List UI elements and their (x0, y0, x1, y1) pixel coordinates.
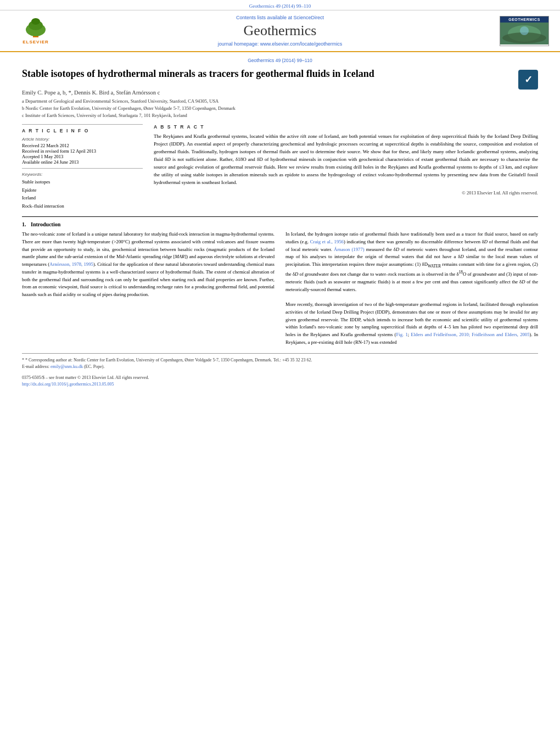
elsevier-logo: ELSEVIER (11, 16, 60, 46)
footnote-email-line: E-mail address: emily@snm.ku.dk (EC. Pop… (22, 364, 538, 370)
sciencedirect-link[interactable]: ScienceDirect (294, 15, 324, 20)
article-info-heading: A R T I C L E I N F O (22, 128, 143, 133)
accepted-date: Accepted 1 May 2013 (22, 154, 143, 159)
homepage-link[interactable]: www.elsevier.com/locate/geothermics (260, 41, 343, 47)
ref-fig1[interactable]: Fig. 1 (396, 332, 407, 337)
geo-logo-svg (500, 23, 548, 44)
keyword-4: Rock–fluid interaction (22, 202, 143, 210)
available-date: Available online 24 June 2013 (22, 159, 143, 165)
page: Geothermics 49 (2014) 99–110 ELSEVIER Co… (0, 0, 560, 742)
citation-bar: Geothermics 49 (2014) 99–110 (0, 0, 560, 10)
article-info-box: A R T I C L E I N F O Article history: R… (22, 124, 143, 210)
body-right-col: In Iceland, the hydrogen isotope ratio o… (285, 231, 538, 347)
affiliation-a: a Department of Geological and Environme… (22, 98, 538, 105)
received-date: Received 22 March 2012 (22, 143, 143, 148)
keyword-3: Iceland (22, 194, 143, 202)
title-row: Stable isotopes of hydrothermal minerals… (22, 68, 538, 90)
authors-text: Emily C. Pope a, b, *, Dennis K. Bird a,… (22, 90, 160, 96)
keyword-2: Epidote (22, 186, 143, 194)
copyright-line: © 2013 Elsevier Ltd. All rights reserved… (154, 190, 538, 196)
svg-point-7 (520, 26, 529, 35)
info-divider (22, 168, 143, 169)
contents-available: Contents lists available at ScienceDirec… (60, 15, 500, 20)
intro-left-text: The neo-volcanic zone of Iceland is a un… (22, 231, 275, 299)
keyword-1: Stable isotopes (22, 178, 143, 186)
affiliation-b: b Nordic Center for Earth Evolution, Uni… (22, 105, 538, 112)
geothermics-logo-box: GEOTHERMICS (500, 16, 549, 46)
journal-center: Contents lists available at ScienceDirec… (60, 15, 500, 47)
article-top-ref: Geothermics 49 (2014) 99–110 (22, 58, 538, 63)
body-two-col: The neo-volcanic zone of Iceland is a un… (22, 231, 538, 347)
crossmark-icon: ✓ (518, 70, 538, 90)
journal-header: ELSEVIER Contents lists available at Sci… (0, 10, 560, 52)
journal-title: Geothermics (60, 23, 500, 39)
bottom-issn: 0375-6505/$ – see front matter © 2013 El… (22, 375, 538, 382)
elsevier-tree-icon (16, 18, 55, 38)
ref-craig[interactable]: Craig et al., 1956 (310, 239, 344, 244)
article-content: Geothermics 49 (2014) 99–110 Stable isot… (0, 52, 560, 394)
abstract-section: A B S T R A C T The Reykjanes and Krafla… (154, 124, 538, 196)
ref-arnason[interactable]: Árnason (1977) (334, 247, 365, 252)
section-divider (22, 216, 538, 217)
footnote-area: * * Corresponding author at: Nordic Cent… (22, 353, 538, 370)
article-title: Stable isotopes of hydrothermal minerals… (22, 68, 507, 80)
footnote-email-value[interactable]: emily@snm.ku.dk (51, 364, 83, 369)
svg-point-3 (31, 18, 40, 25)
revised-date: Received in revised form 12 April 2013 (22, 148, 143, 154)
body-left-col: The neo-volcanic zone of Iceland is a un… (22, 231, 275, 347)
section1-title: Introduction (31, 221, 60, 227)
keywords-heading: Keywords: (22, 172, 143, 177)
abstract-heading: A B S T R A C T (154, 124, 538, 130)
keywords-list: Stable isotopes Epidote Iceland Rock–flu… (22, 178, 143, 210)
abstract-col: A B S T R A C T The Reykjanes and Krafla… (154, 124, 538, 210)
article-history-label: Article history: (22, 137, 143, 142)
footnote-star-text: * * Corresponding author at: Nordic Cent… (22, 357, 538, 364)
section1-number: 1. (22, 221, 26, 227)
bottom-info: 0375-6505/$ – see front matter © 2013 El… (22, 375, 538, 389)
affiliation-c: c Institute of Earth Sciences, Universit… (22, 112, 538, 119)
bottom-doi[interactable]: http://dx.doi.org/10.1016/j.geothermics.… (22, 382, 114, 387)
authors-line: Emily C. Pope a, b, *, Dennis K. Bird a,… (22, 90, 538, 96)
journal-homepage: journal homepage: www.elsevier.com/locat… (60, 41, 500, 47)
citation-text: Geothermics 49 (2014) 99–110 (249, 3, 311, 9)
geo-logo-label: GEOTHERMICS (500, 16, 548, 23)
ref-elders[interactable]: Elders and Fridleifsson, 2010; Fridleifs… (411, 332, 529, 337)
info-abstract-row: A R T I C L E I N F O Article history: R… (22, 124, 538, 210)
abstract-text: The Reykjanes and Krafla geothermal syst… (154, 133, 538, 187)
ref-arnorsson[interactable]: Arnórsson, 1978, 1995 (49, 261, 93, 267)
intro-right-text: In Iceland, the hydrogen isotope ratio o… (285, 231, 538, 347)
geo-logo-image (500, 23, 548, 44)
footnote-corresponding: * Corresponding author at: Nordic Center… (25, 358, 312, 362)
section1-heading: 1. Introduction (22, 221, 538, 227)
affiliations: a Department of Geological and Environme… (22, 98, 538, 119)
footnote-email-label: E-mail address: (22, 364, 49, 369)
footnote-email-suffix: (EC. Pope). (84, 364, 105, 369)
article-info-col: A R T I C L E I N F O Article history: R… (22, 124, 143, 210)
elsevier-label: ELSEVIER (23, 40, 49, 44)
